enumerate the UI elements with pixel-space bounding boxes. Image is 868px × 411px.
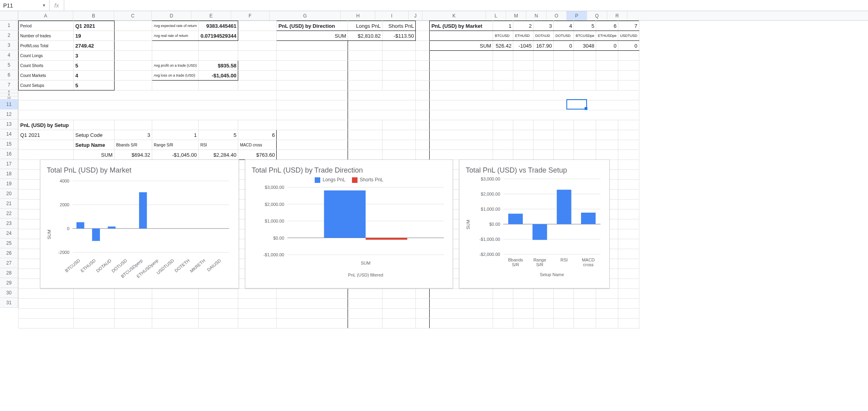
- col-header-I[interactable]: I: [375, 11, 409, 20]
- cell-E12[interactable]: 5: [199, 130, 238, 140]
- col-header-Q[interactable]: Q: [587, 11, 607, 20]
- row-header-4[interactable]: 4: [0, 50, 18, 60]
- cell-E5[interactable]: $935.58: [199, 61, 238, 71]
- cell-G2[interactable]: SUM: [277, 31, 348, 41]
- cell-E14[interactable]: $2,284.40: [199, 150, 238, 160]
- row-header-25[interactable]: 25: [0, 238, 18, 248]
- cell-N2[interactable]: DOTAUD: [533, 31, 554, 41]
- cell-K1[interactable]: PnL (USD) by Market: [430, 21, 493, 31]
- cell-C14[interactable]: $694.32: [115, 150, 152, 160]
- row-header-12[interactable]: 12: [0, 109, 18, 119]
- cell-A2[interactable]: Number of trades: [19, 31, 74, 41]
- cell-M1[interactable]: 2: [513, 21, 533, 31]
- cell-C12[interactable]: 3: [115, 130, 152, 140]
- chart-pnl-vs-setup[interactable]: Total PnL (USD) vs Trade Setup SUM -$2,0…: [459, 159, 610, 288]
- cell-D13[interactable]: Range S/R: [152, 140, 199, 150]
- cell-A1[interactable]: Period: [19, 21, 74, 31]
- cell-O2[interactable]: DOTUSD: [554, 31, 574, 41]
- cell-J1[interactable]: [416, 21, 430, 31]
- cell-R2[interactable]: USDTUSD: [618, 31, 639, 41]
- cell-M3[interactable]: -1045: [513, 41, 533, 51]
- row-header-21[interactable]: 21: [0, 199, 18, 209]
- cell-H1[interactable]: Longs PnL: [348, 21, 382, 31]
- row-header-10[interactable]: 10: [0, 96, 18, 100]
- cell-R3[interactable]: 0: [618, 41, 639, 51]
- cell-P3[interactable]: 3048: [574, 41, 596, 51]
- row-header-6[interactable]: 6: [0, 70, 18, 80]
- row-header-29[interactable]: 29: [0, 278, 18, 288]
- cell-B4[interactable]: 3: [74, 51, 115, 61]
- row-header-18[interactable]: 18: [0, 169, 18, 179]
- cell-D2[interactable]: Avg real rate of return: [152, 31, 199, 41]
- row-header-19[interactable]: 19: [0, 179, 18, 189]
- cell-B5[interactable]: 5: [74, 61, 115, 71]
- cell-E13[interactable]: RSI: [199, 140, 238, 150]
- chart-pnl-by-market[interactable]: Total PnL (USD) by Market SUM -200002000…: [40, 159, 239, 288]
- row-header-14[interactable]: 14: [0, 129, 18, 139]
- col-header-F[interactable]: F: [231, 11, 270, 20]
- cell-B6[interactable]: 4: [74, 71, 115, 81]
- row-header-23[interactable]: 23: [0, 219, 18, 229]
- cell-N1[interactable]: 3: [533, 21, 554, 31]
- row-header-28[interactable]: 28: [0, 268, 18, 278]
- cell-E2[interactable]: 0.07194529344: [199, 31, 238, 41]
- cell-I2[interactable]: -$113.50: [382, 31, 416, 41]
- row-header-20[interactable]: 20: [0, 189, 18, 199]
- cell-A6[interactable]: Count Markets: [19, 71, 74, 81]
- cell-B14[interactable]: SUM: [74, 150, 115, 160]
- cell-L1[interactable]: 1: [493, 21, 513, 31]
- col-header-A[interactable]: A: [18, 11, 73, 20]
- cell-B13[interactable]: Setup Name: [74, 140, 115, 150]
- cell-F13[interactable]: MACD cross: [238, 140, 277, 150]
- cell-D12[interactable]: 1: [152, 130, 199, 140]
- col-header-D[interactable]: D: [152, 11, 191, 20]
- row-header-1[interactable]: 1: [0, 21, 18, 31]
- cell-G1[interactable]: PnL (USD) by Direction: [277, 21, 348, 31]
- cell-B12[interactable]: Setup Code: [74, 130, 115, 140]
- cell-B7[interactable]: 5: [74, 81, 115, 90]
- formula-input[interactable]: [64, 0, 868, 11]
- row-header-13[interactable]: 13: [0, 119, 18, 129]
- col-header-K[interactable]: K: [423, 11, 486, 20]
- cell-C13[interactable]: Bbands S/R: [115, 140, 152, 150]
- cell-F12[interactable]: 6: [238, 130, 277, 140]
- row-header-22[interactable]: 22: [0, 209, 18, 219]
- cell-A12[interactable]: Q1 2021: [19, 130, 74, 140]
- cell-O3[interactable]: 0: [554, 41, 574, 51]
- cell-N3[interactable]: 167.90: [533, 41, 554, 51]
- cell-D6[interactable]: Avg loss on a trade (USD): [152, 71, 199, 81]
- cell-A5[interactable]: Count Shorts: [19, 61, 74, 71]
- cell-F14[interactable]: $763.60: [238, 150, 277, 160]
- col-header-E[interactable]: E: [191, 11, 231, 20]
- cell-A11[interactable]: PnL (USD) by Setup: [19, 120, 74, 130]
- cell-Q1[interactable]: 6: [596, 21, 618, 31]
- col-header-H[interactable]: H: [341, 11, 375, 20]
- cell-F1[interactable]: [238, 21, 277, 31]
- col-header-O[interactable]: O: [547, 11, 567, 20]
- col-header-N[interactable]: N: [526, 11, 547, 20]
- col-header-G[interactable]: G: [270, 11, 341, 20]
- cell-A4[interactable]: Count Longs: [19, 51, 74, 61]
- cell-H2[interactable]: $2,810.82: [348, 31, 382, 41]
- cell-I1[interactable]: Shorts PnL: [382, 21, 416, 31]
- cell-P2[interactable]: BTCUSDpe: [574, 31, 596, 41]
- row-header-11[interactable]: 11: [0, 100, 18, 109]
- cell-M2[interactable]: ETHUSD: [513, 31, 533, 41]
- row-header-5[interactable]: 5: [0, 60, 18, 70]
- cell-D5[interactable]: Avg profit on a trade (USD): [152, 61, 199, 71]
- row-header-30[interactable]: 30: [0, 288, 18, 298]
- col-header-J[interactable]: J: [409, 11, 423, 20]
- row-header-24[interactable]: 24: [0, 229, 18, 238]
- row-header-27[interactable]: 27: [0, 258, 18, 268]
- cell-B3[interactable]: 2749.42: [74, 41, 115, 51]
- cell-D14[interactable]: -$1,045.00: [152, 150, 199, 160]
- row-header-15[interactable]: 15: [0, 139, 18, 149]
- cell-Q3[interactable]: 0: [596, 41, 618, 51]
- cell-O1[interactable]: 4: [554, 21, 574, 31]
- row-header-3[interactable]: 3: [0, 40, 18, 50]
- row-header-7[interactable]: 7: [0, 80, 18, 90]
- col-header-L[interactable]: L: [486, 11, 506, 20]
- cell-B1[interactable]: Q1 2021: [74, 21, 115, 31]
- cell-A7[interactable]: Count Setups: [19, 81, 74, 90]
- chart-pnl-by-direction[interactable]: Total PnL (USD) by Trade Direction Longs…: [245, 159, 453, 288]
